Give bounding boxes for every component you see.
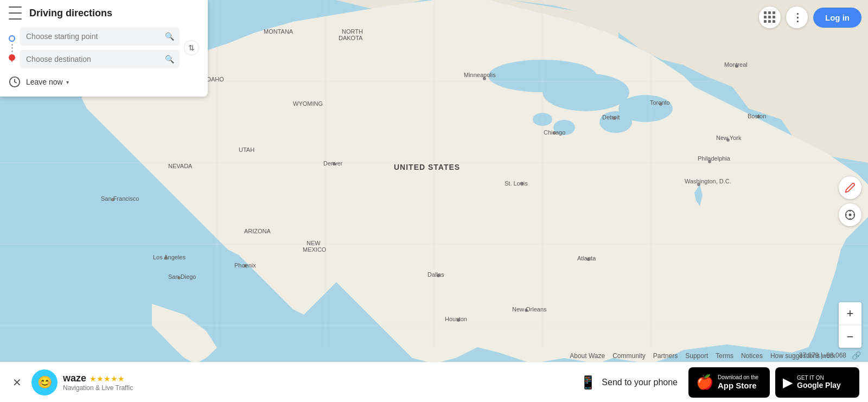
play-store-text: GET IT ON Google Play (797, 375, 841, 390)
svg-point-23 (708, 160, 711, 163)
svg-point-24 (697, 183, 700, 186)
pencil-icon (845, 182, 856, 193)
bottom-bar: ✕ 😊 waze ★★★★★ Navigation & Live Traffic… (0, 362, 868, 402)
google-play-button[interactable]: ▶ GET IT ON Google Play (775, 367, 859, 398)
svg-point-4 (553, 120, 575, 135)
panel-header: Driving directions (9, 7, 199, 20)
origin-search-icon: 🔍 (165, 32, 174, 41)
waze-subtitle: Navigation & Live Traffic (63, 384, 133, 392)
svg-point-37 (849, 213, 852, 216)
map-right-controls (839, 176, 861, 226)
waze-name-row: waze ★★★★★ (63, 373, 133, 384)
svg-point-3 (599, 111, 632, 133)
panel-title: Driving directions (29, 8, 112, 19)
more-options-button[interactable]: ⋮ (786, 7, 808, 28)
svg-point-21 (757, 115, 760, 118)
footer-community[interactable]: Community (612, 352, 646, 360)
location-icon (845, 209, 856, 220)
leave-now-row: Leave now ▾ (9, 76, 199, 88)
svg-point-20 (735, 65, 738, 68)
send-to-phone-button[interactable]: 📱 Send to your phone (569, 371, 688, 394)
route-inputs-area: 🔍 🔍 ⇅ (9, 27, 199, 68)
footer-notices[interactable]: Notices (741, 352, 763, 360)
play-store-small-label: GET IT ON (797, 375, 841, 381)
destination-search-icon: 🔍 (165, 55, 174, 63)
destination-input-wrapper: 🔍 (20, 50, 180, 68)
footer-terms[interactable]: Terms (716, 352, 733, 360)
send-to-phone-label: Send to your phone (602, 378, 678, 387)
top-right-controls: ⋮ Log in (759, 7, 861, 28)
copy-link-button[interactable]: 🔗 (851, 350, 861, 361)
route-icons (9, 33, 15, 62)
svg-point-22 (726, 138, 730, 142)
menu-icon[interactable] (9, 7, 22, 20)
directions-panel: Driving directions 🔍 🔍 ⇅ L (0, 0, 208, 97)
destination-icon (9, 54, 15, 62)
app-store-text: Download on the App Store (718, 374, 758, 390)
footer-about-waze[interactable]: About Waze (570, 352, 605, 360)
zoom-out-button[interactable]: − (839, 325, 861, 348)
destination-input[interactable] (20, 50, 180, 68)
route-dots (11, 44, 13, 52)
waze-logo-icon: 😊 (31, 369, 58, 395)
phone-icon: 📱 (580, 375, 596, 390)
locate-me-button[interactable] (839, 203, 861, 226)
svg-point-17 (553, 131, 556, 135)
waze-text-area: waze ★★★★★ Navigation & Live Traffic (63, 373, 133, 392)
footer-links: About Waze Community Partners Support Te… (570, 352, 835, 360)
zoom-controls: + − (839, 302, 861, 348)
report-button[interactable] (839, 176, 861, 199)
svg-point-33 (177, 276, 181, 279)
svg-point-29 (457, 318, 460, 322)
app-store-small-label: Download on the (718, 374, 758, 381)
play-store-big-label: Google Play (797, 381, 841, 390)
leave-now-button[interactable]: Leave now ▾ (26, 78, 69, 86)
coordinates-row: 37.679 | -98.068 🔗 (799, 350, 861, 361)
svg-point-16 (483, 77, 486, 80)
waze-stars: ★★★★★ (90, 374, 125, 383)
inputs-column: 🔍 🔍 (20, 27, 180, 68)
svg-point-30 (525, 309, 528, 312)
apps-grid-icon (764, 11, 776, 23)
waze-name-label: waze (63, 373, 86, 384)
coordinates-text: 37.679 | -98.068 (799, 352, 846, 359)
swap-directions-button[interactable]: ⇅ (184, 40, 199, 55)
leave-now-label: Leave now (26, 78, 63, 86)
zoom-in-button[interactable]: + (839, 302, 861, 325)
svg-point-32 (164, 257, 168, 260)
footer-partners[interactable]: Partners (653, 352, 678, 360)
svg-point-19 (659, 103, 662, 106)
play-store-icon: ▶ (783, 375, 793, 390)
app-store-big-label: App Store (718, 381, 758, 390)
clock-icon (9, 76, 21, 88)
apps-grid-button[interactable] (759, 7, 781, 28)
svg-point-18 (612, 117, 616, 120)
svg-point-25 (333, 162, 336, 165)
svg-point-31 (111, 198, 114, 201)
origin-icon (9, 35, 15, 42)
origin-input-wrapper: 🔍 (20, 27, 180, 46)
app-store-button[interactable]: 🍎 Download on the App Store (688, 367, 770, 398)
svg-point-27 (587, 258, 590, 261)
login-button[interactable]: Log in (813, 8, 861, 28)
svg-point-28 (437, 274, 440, 277)
close-button[interactable]: ✕ (9, 374, 25, 391)
leave-now-arrow: ▾ (66, 79, 69, 85)
footer-support[interactable]: Support (685, 352, 708, 360)
svg-point-26 (520, 182, 524, 185)
svg-point-34 (244, 264, 247, 267)
waze-logo-area: 😊 waze ★★★★★ Navigation & Live Traffic (31, 369, 133, 395)
origin-input[interactable] (20, 27, 180, 46)
apple-icon: 🍎 (696, 374, 713, 391)
